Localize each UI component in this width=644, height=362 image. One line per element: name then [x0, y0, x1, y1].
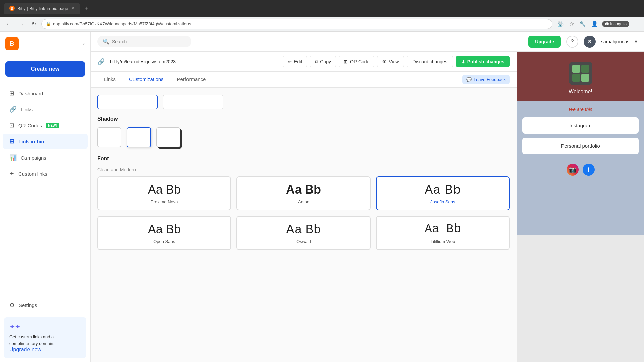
nav-icons: 📡 ☆ 🔧 👤 🕶 Incognito ⋮: [556, 19, 640, 28]
color-input-2[interactable]: [163, 95, 223, 109]
new-tab-button[interactable]: +: [85, 5, 88, 12]
shadow-none[interactable]: [97, 127, 121, 147]
phone-header: Welcome!: [517, 52, 644, 101]
sidebar-toggle-button[interactable]: ‹: [83, 40, 85, 47]
shadow-soft[interactable]: [127, 127, 151, 147]
font-preview: Aa Bb: [103, 182, 225, 197]
new-badge: NEW!: [46, 123, 59, 128]
user-dropdown-icon[interactable]: ▾: [635, 38, 637, 45]
publish-button[interactable]: ⬇ Publish changes: [456, 56, 510, 67]
view-icon: 👁: [382, 59, 387, 64]
sidebar-item-dashboard[interactable]: ⊞ Dashboard: [3, 85, 88, 101]
linkinbio-icon: ⊞: [9, 138, 14, 145]
cast-icon[interactable]: 📡: [556, 19, 565, 28]
phone-logo: [569, 62, 592, 85]
shadow-hard[interactable]: [156, 127, 180, 147]
content-wrapper: 🔗 bit.ly/m/learndesignsystem2023 ✏ Edit …: [91, 52, 644, 362]
upgrade-button[interactable]: Upgrade: [528, 36, 561, 48]
sidebar-item-settings[interactable]: ⚙ Settings: [3, 297, 88, 313]
bookmark-icon[interactable]: ☆: [568, 19, 575, 28]
sidebar-item-label: Custom links: [18, 171, 47, 177]
sidebar-item-customlinks[interactable]: ✦ Custom links: [3, 166, 88, 181]
feedback-button[interactable]: 💬 Leave Feedback: [462, 75, 510, 84]
phone-body: We are this Instagram Personal portfolio…: [517, 101, 644, 235]
user-name: saraahjoonas: [601, 39, 629, 44]
logo-cell-4: [581, 74, 589, 82]
font-name: Open Sans: [103, 239, 225, 244]
font-category: Clean and Modern: [97, 167, 510, 172]
browser-tab[interactable]: B Bitly | Bitly link-in-bio page ✕: [4, 3, 80, 14]
menu-icon[interactable]: ⋮: [632, 19, 640, 28]
tab-close-icon[interactable]: ✕: [71, 6, 75, 11]
discard-button[interactable]: Discard changes: [407, 56, 453, 67]
link-bar: 🔗 bit.ly/m/learndesignsystem2023 ✏ Edit …: [91, 52, 517, 72]
font-name: Oswald: [243, 239, 364, 244]
sparkle-icon: ✦✦: [9, 323, 81, 331]
qrcode-label: QR Code: [350, 59, 369, 64]
sidebar-item-label: Campaigns: [21, 155, 46, 161]
topbar-right: Upgrade ? S saraahjoonas ▾: [528, 36, 637, 48]
tab-customizations[interactable]: Customizations: [122, 72, 170, 87]
instagram-social-icon[interactable]: 📷: [567, 164, 579, 176]
sidebar-footer-text: Get custom links and a complimentary dom…: [9, 334, 81, 347]
font-card-anton[interactable]: Aa Bb Anton: [236, 176, 370, 210]
sidebar-item-links[interactable]: 🔗 Links: [3, 102, 88, 117]
sidebar-item-linkinbio[interactable]: ⊞ Link-in-bio: [3, 134, 88, 149]
bitly-logo: B: [5, 37, 19, 50]
forward-button[interactable]: →: [17, 20, 26, 28]
we-are-text: We are this: [522, 107, 639, 112]
font-card-josefin-sans[interactable]: Aa Bb Josefin Sans: [376, 176, 510, 210]
feedback-label: Leave Feedback: [474, 77, 506, 82]
help-button[interactable]: ?: [566, 36, 578, 48]
sidebar-item-label: Links: [21, 107, 33, 112]
create-new-button[interactable]: Create new: [5, 61, 85, 77]
font-card-titillium-web[interactable]: Aa Bb Titillium Web: [376, 216, 510, 250]
topbar: 🔍 Upgrade ? S saraahjoonas ▾: [91, 32, 644, 52]
address-bar[interactable]: 🔒 app.bitly.com/Bn57fQxKX7W/launchpads/M…: [41, 19, 552, 29]
sidebar-item-qrcodes[interactable]: ⊡ QR Codes NEW!: [3, 118, 88, 133]
tab-performance[interactable]: Performance: [170, 72, 213, 87]
incognito-label: Incognito: [610, 22, 627, 26]
avatar: S: [584, 36, 596, 48]
font-label: Font: [97, 156, 510, 162]
tabs-left: Links Customizations Performance: [97, 72, 212, 87]
profile-icon[interactable]: 👤: [590, 19, 599, 28]
font-preview: Aa Bb: [243, 182, 364, 197]
refresh-button[interactable]: ↻: [30, 19, 38, 28]
qrcode-button[interactable]: ⊞ QR Code: [339, 56, 374, 67]
font-name: Proxima Nova: [103, 199, 225, 204]
extension-icon[interactable]: 🔧: [578, 19, 587, 28]
upgrade-link[interactable]: Upgrade now: [9, 347, 41, 352]
preview-link-portfolio[interactable]: Personal portfolio: [522, 138, 639, 154]
copy-button[interactable]: ⧉ Copy: [310, 56, 336, 67]
font-card-open-sans[interactable]: Aa Bb Open Sans: [97, 216, 231, 250]
back-button[interactable]: ←: [4, 20, 13, 28]
tab-links[interactable]: Links: [97, 72, 122, 87]
view-button[interactable]: 👁 View: [377, 56, 404, 67]
nav-bar: ← → ↻ 🔒 app.bitly.com/Bn57fQxKX7W/launch…: [0, 17, 644, 32]
search-input[interactable]: [112, 39, 179, 44]
dashboard-icon: ⊞: [9, 89, 14, 97]
sidebar: B ‹ Create new ⊞ Dashboard 🔗 Links ⊡ QR …: [0, 32, 91, 362]
tab-title: Bitly | Bitly link-in-bio page: [17, 6, 68, 11]
sidebar-item-label: Settings: [19, 302, 37, 308]
font-card-oswald[interactable]: Aa Bb Oswald: [236, 216, 370, 250]
help-icon: ?: [571, 39, 574, 45]
search-bar[interactable]: 🔍: [97, 36, 191, 47]
color-input-1[interactable]: [97, 95, 158, 109]
font-card-proxima-nova[interactable]: Aa Bb Proxima Nova: [97, 176, 231, 210]
campaigns-icon: 📊: [9, 154, 17, 161]
publish-label: Publish changes: [467, 59, 504, 64]
sidebar-item-label: Link-in-bio: [18, 139, 44, 144]
font-section: Font Clean and Modern Aa Bb Proxima Nova…: [97, 156, 510, 250]
feedback-icon: 💬: [466, 77, 472, 82]
facebook-social-icon[interactable]: f: [583, 164, 595, 176]
color-input-row: [97, 95, 510, 109]
sidebar-item-campaigns[interactable]: 📊 Campaigns: [3, 150, 88, 165]
sidebar-item-label: QR Codes: [18, 123, 42, 128]
font-preview: Aa Bb: [382, 222, 504, 236]
topbar-left: 🔍: [97, 36, 191, 47]
preview-link-instagram[interactable]: Instagram: [522, 117, 639, 134]
edit-button[interactable]: ✏ Edit: [283, 56, 307, 67]
sidebar-footer: ✦✦ Get custom links and a complimentary …: [4, 317, 86, 358]
